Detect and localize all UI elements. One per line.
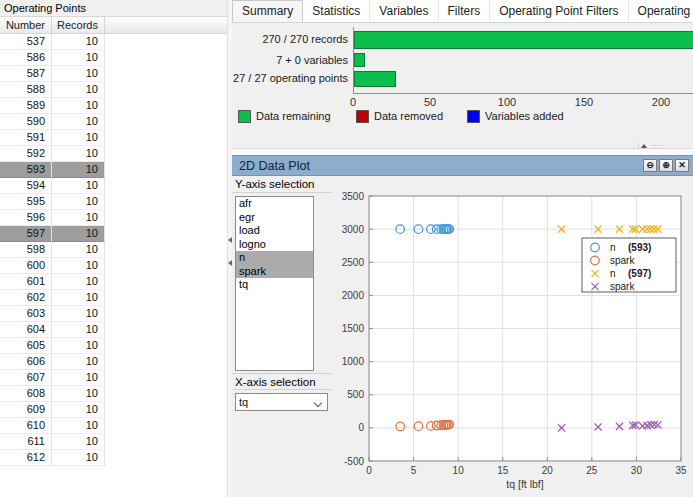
tab-bar: SummaryStatisticsVariablesFiltersOperati… [232, 0, 693, 23]
tab-operating-point-notes[interactable]: Operating Point Notes [629, 0, 693, 22]
cell-number: 602 [0, 290, 52, 306]
table-row[interactable]: 61110 [0, 434, 227, 450]
splitter-handle[interactable]: ···· [638, 143, 667, 149]
close-button[interactable]: ✕ [675, 159, 689, 172]
x-tick-label: 25 [586, 465, 598, 476]
x-axis-selection-label: X-axis selection [232, 373, 332, 390]
legend-label: Data removed [374, 110, 443, 122]
table-row[interactable]: 60110 [0, 274, 227, 290]
cell-records: 10 [52, 50, 105, 66]
tab-variables[interactable]: Variables [370, 0, 438, 22]
cell-number: 607 [0, 370, 52, 386]
summary-axis-line [353, 93, 693, 94]
tab-summary[interactable]: Summary [232, 0, 303, 23]
x-axis-label: tq [ft lbf] [506, 478, 543, 490]
y-axis-list[interactable]: afregrloadlognonsparktq [235, 196, 314, 371]
operating-points-title: Operating Points [0, 0, 227, 17]
dock-button[interactable]: ⊕ [659, 159, 673, 172]
table-row[interactable]: 59010 [0, 114, 227, 130]
table-row[interactable]: 60710 [0, 370, 227, 386]
table-row[interactable]: 60010 [0, 258, 227, 274]
table-row[interactable]: 61210 [0, 450, 227, 466]
table-row[interactable]: 60410 [0, 322, 227, 338]
y-axis-item-spark[interactable]: spark [236, 265, 313, 279]
y-axis-item-logno[interactable]: logno [236, 238, 313, 252]
table-row[interactable]: 53710 [0, 34, 227, 50]
summary-axis-tick: 100 [487, 96, 527, 108]
cell-records: 10 [52, 130, 105, 146]
cell-number: 610 [0, 418, 52, 434]
table-row[interactable]: 58810 [0, 82, 227, 98]
table-row[interactable]: 59210 [0, 146, 227, 162]
cell-number: 605 [0, 338, 52, 354]
summary-bar-label: 27 / 27 operating points [232, 72, 348, 84]
table-row[interactable]: 60310 [0, 306, 227, 322]
cell-number: 595 [0, 194, 52, 210]
x-axis-dropdown[interactable]: tq [235, 393, 328, 411]
summary-bar [354, 71, 396, 87]
table-row[interactable]: 59710 [0, 226, 227, 242]
cell-records: 10 [52, 66, 105, 82]
tab-statistics[interactable]: Statistics [303, 0, 370, 22]
y-axis-item-afr[interactable]: afr [236, 197, 313, 211]
table-row[interactable]: 58710 [0, 66, 227, 82]
cell-number: 593 [0, 162, 52, 178]
cell-number: 606 [0, 354, 52, 370]
table-row[interactable]: 59410 [0, 178, 227, 194]
cell-number: 537 [0, 34, 52, 50]
y-axis-item-load[interactable]: load [236, 224, 313, 238]
data-editor-window: Operating Points Number Records 53710586… [0, 0, 693, 497]
cell-records: 10 [52, 162, 105, 178]
plot-body: Y-axis selection afregrloadlognonsparktq… [232, 176, 693, 497]
table-row[interactable]: 59110 [0, 130, 227, 146]
table-row[interactable]: 58610 [0, 50, 227, 66]
table-row[interactable]: 60610 [0, 354, 227, 370]
cell-records: 10 [52, 306, 105, 322]
table-row[interactable]: 58910 [0, 98, 227, 114]
table-row[interactable]: 61010 [0, 418, 227, 434]
column-header-number[interactable]: Number [0, 17, 52, 33]
cell-records: 10 [52, 434, 105, 450]
table-row[interactable]: 60510 [0, 338, 227, 354]
cell-number: 598 [0, 242, 52, 258]
cell-records: 10 [52, 178, 105, 194]
tab-filters[interactable]: Filters [439, 0, 491, 22]
cell-records: 10 [52, 146, 105, 162]
collapse-up-icon[interactable] [641, 144, 647, 148]
cell-records: 10 [52, 194, 105, 210]
cell-number: 600 [0, 258, 52, 274]
y-axis-item-n[interactable]: n [236, 251, 313, 265]
table-row[interactable]: 60810 [0, 386, 227, 402]
y-tick-label: 1500 [342, 323, 365, 334]
y-axis-item-egr[interactable]: egr [236, 211, 313, 225]
table-row[interactable]: 59610 [0, 210, 227, 226]
table-row[interactable]: 59510 [0, 194, 227, 210]
column-header-records[interactable]: Records [52, 17, 105, 33]
table-row[interactable]: 59310 [0, 162, 227, 178]
horizontal-splitter[interactable]: ···· [232, 148, 693, 155]
y-tick-label: 2000 [342, 290, 365, 301]
cell-number: 612 [0, 450, 52, 466]
tab-operating-point-filters[interactable]: Operating Point Filters [490, 0, 628, 22]
cell-records: 10 [52, 338, 105, 354]
legend-entry-tag: (597) [628, 268, 651, 279]
x-tick-label: 10 [453, 465, 465, 476]
cell-number: 594 [0, 178, 52, 194]
rollup-button[interactable]: ⊖ [643, 159, 657, 172]
cell-number: 587 [0, 66, 52, 82]
table-row[interactable]: 60210 [0, 290, 227, 306]
cell-records: 10 [52, 418, 105, 434]
cell-records: 10 [52, 242, 105, 258]
cell-records: 10 [52, 258, 105, 274]
summary-axis-tick: 50 [410, 96, 450, 108]
chevron-down-icon [315, 400, 322, 407]
y-axis-item-tq[interactable]: tq [236, 278, 313, 292]
summary-bar [354, 31, 693, 49]
table-row[interactable]: 59810 [0, 242, 227, 258]
cell-number: 590 [0, 114, 52, 130]
table-row[interactable]: 60910 [0, 402, 227, 418]
y-tick-label: 2500 [342, 257, 365, 268]
x-tick-label: 20 [542, 465, 554, 476]
summary-legend-item: Variables added [467, 109, 564, 123]
legend-entry-tag: (593) [628, 242, 651, 253]
